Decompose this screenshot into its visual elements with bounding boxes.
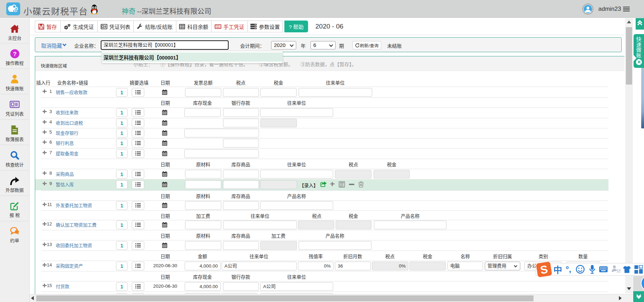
svg-text:?: ? bbox=[13, 51, 16, 57]
svg-text:15: 15 bbox=[616, 268, 621, 273]
